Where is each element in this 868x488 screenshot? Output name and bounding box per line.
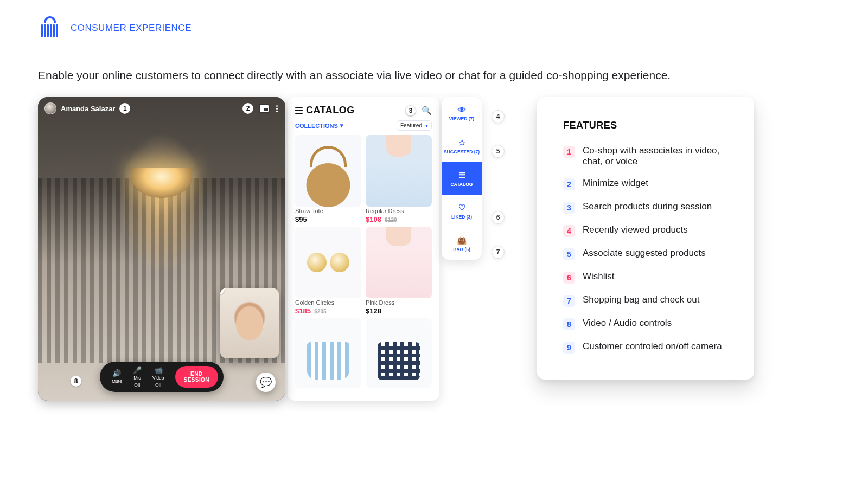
product-card[interactable]: Golden Circles $185 $205: [295, 227, 361, 315]
product-thumb: [366, 318, 432, 388]
rail-suggested[interactable]: ☆ SUGGESTED (7): [442, 130, 482, 162]
feature-text: Shopping bag and check out: [583, 294, 700, 305]
product-card[interactable]: Regular Dress $108 $120: [366, 135, 432, 223]
product-price: $108: [366, 215, 381, 223]
feature-number: 8: [563, 318, 575, 330]
rail-viewed[interactable]: 👁 VIEWED (7): [442, 97, 482, 130]
end-session-button[interactable]: END SESSION: [175, 366, 219, 388]
features-title: FEATURES: [563, 120, 728, 131]
feature-number: 4: [563, 225, 575, 237]
minimize-icon[interactable]: [259, 104, 270, 113]
speaker-icon: 🔊: [112, 370, 121, 377]
feature-number: 7: [563, 295, 575, 307]
product-price: $128: [366, 307, 432, 315]
product-card[interactable]: Straw Tote $95: [295, 135, 361, 223]
video-button[interactable]: 📹 Video Off: [152, 367, 164, 388]
product-thumb: [295, 135, 361, 207]
page-title: CONSUMER EXPERIENCE: [71, 23, 192, 34]
feature-number: 5: [563, 248, 575, 260]
features-card: FEATURES 1Co-shop with associates in vid…: [537, 97, 754, 380]
product-card[interactable]: [366, 318, 432, 388]
chevron-down-icon: ▾: [340, 122, 343, 129]
self-view[interactable]: 9: [220, 288, 279, 358]
callout-badge-7: 7: [492, 246, 505, 259]
feature-number: 3: [563, 202, 575, 214]
feature-text: Recently viewed products: [583, 224, 688, 235]
mute-button[interactable]: 🔊 Mute: [112, 370, 122, 384]
rail-label: LIKED (3): [451, 214, 472, 220]
feature-text: Minimize widget: [583, 178, 648, 189]
mute-label: Mute: [112, 378, 122, 384]
rail-catalog[interactable]: ☰ CATALOG: [442, 162, 482, 195]
feature-item: 5Associate suggested products: [563, 248, 728, 260]
callout-badge-1: 1: [119, 103, 130, 114]
mic-label: Mic: [133, 375, 141, 381]
product-card[interactable]: [295, 318, 361, 388]
catalog-title: CATALOG: [306, 105, 355, 116]
video-icon: 📹: [154, 367, 163, 374]
callout-badges-column: 4 5 6 7: [492, 97, 505, 259]
feature-item: 3Search products during session: [563, 201, 728, 214]
heart-icon: ♡: [458, 203, 465, 213]
feature-text: Customer controled on/off camera: [583, 341, 722, 352]
mic-button[interactable]: 🎤 Mic Off: [133, 367, 142, 388]
search-icon[interactable]: 🔍: [422, 106, 432, 115]
rail-liked[interactable]: ♡ LIKED (3): [442, 195, 482, 227]
product-old-price: $120: [385, 217, 397, 223]
product-thumb: [366, 135, 432, 207]
list-icon: ☰: [458, 170, 465, 180]
video-label: Video: [152, 375, 164, 381]
chevron-down-icon: ▾: [425, 123, 428, 129]
kebab-menu-icon[interactable]: [275, 104, 279, 113]
product-card[interactable]: Pink Dress $128: [366, 227, 432, 315]
list-icon[interactable]: [295, 107, 303, 114]
mic-state: Off: [134, 382, 140, 388]
feature-number: 6: [563, 272, 575, 284]
feature-text: Co-shop with associates in video, chat, …: [583, 145, 728, 167]
feature-number: 1: [563, 146, 575, 158]
callout-badge-5: 5: [492, 145, 505, 158]
feature-item: 6Wishlist: [563, 271, 728, 284]
product-thumb: [295, 318, 361, 388]
star-icon: ☆: [458, 138, 465, 147]
feature-number: 9: [563, 342, 575, 354]
feature-text: Video / Audio controls: [583, 318, 672, 329]
feature-text: Associate suggested products: [583, 248, 706, 259]
product-name: Straw Tote: [295, 208, 361, 214]
feature-item: 4Recently viewed products: [563, 224, 728, 237]
chat-fab[interactable]: 💬: [256, 373, 276, 392]
feature-item: 8Video / Audio controls: [563, 318, 728, 330]
collections-label: COLLECTIONS: [295, 123, 338, 129]
video-state: Off: [155, 382, 161, 388]
features-list: 1Co-shop with associates in video, chat,…: [563, 145, 728, 354]
product-name: Regular Dress: [366, 208, 432, 214]
catalog-panel: CATALOG 3 🔍 COLLECTIONS ▾ Featured ▾: [288, 97, 439, 401]
feature-item: 9Customer controled on/off camera: [563, 341, 728, 354]
callout-badge-6: 6: [492, 211, 505, 224]
sort-label: Featured: [400, 123, 422, 129]
rail-label: CATALOG: [451, 182, 473, 187]
callout-badge-8: 8: [71, 376, 81, 387]
video-call-panel: Amanda Salazar 1 2 9 8: [38, 97, 285, 401]
product-old-price: $205: [314, 309, 326, 314]
side-rail: 👁 VIEWED (7) ☆ SUGGESTED (7) ☰ CATALOG ♡…: [442, 97, 482, 260]
app-screenshot: Amanda Salazar 1 2 9 8: [38, 97, 505, 401]
feature-item: 7Shopping bag and check out: [563, 294, 728, 307]
intro-text: Enable your online customers to connect …: [38, 50, 830, 97]
sort-dropdown[interactable]: Featured ▾: [397, 120, 432, 131]
product-thumb: [295, 227, 361, 298]
av-controls: 🔊 Mute 🎤 Mic Off 📹 Video Off END SESSION: [100, 362, 224, 392]
associate-avatar: [44, 102, 56, 114]
collections-dropdown[interactable]: COLLECTIONS ▾: [295, 122, 343, 129]
eye-icon: 👁: [458, 105, 466, 114]
page-header: CONSUMER EXPERIENCE: [38, 16, 830, 50]
chat-icon: 💬: [260, 376, 272, 388]
associate-name: Amanda Salazar: [61, 105, 115, 113]
brand-logo-icon: [38, 16, 62, 40]
feature-text: Wishlist: [583, 271, 615, 282]
product-price: $185: [295, 307, 311, 315]
mic-icon: 🎤: [133, 367, 142, 374]
rail-bag[interactable]: 👜 BAG (5): [442, 227, 482, 260]
rail-label: VIEWED (7): [449, 116, 474, 121]
product-name: Golden Circles: [295, 299, 361, 306]
